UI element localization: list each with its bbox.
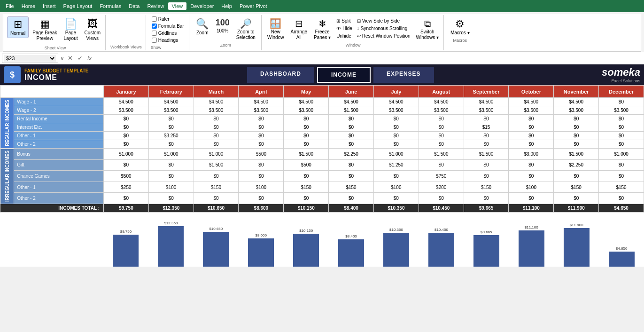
nav-dashboard[interactable]: DASHBOARD <box>247 67 314 83</box>
cell-regular-3-11[interactable]: $0 <box>599 123 644 132</box>
page-layout-button[interactable]: 📄 PageLayout <box>61 16 81 43</box>
cell-regular-2-5[interactable]: $0 <box>329 115 374 123</box>
cell-regular-0-1[interactable]: $4.500 <box>148 98 194 106</box>
cell-irregular-3-1[interactable]: $100 <box>148 182 194 193</box>
cell-irregular-3-9[interactable]: $100 <box>509 182 554 193</box>
cell-regular-1-8[interactable]: $3.500 <box>464 106 509 115</box>
cell-irregular-0-6[interactable]: $1.000 <box>373 149 419 160</box>
menu-review[interactable]: Review <box>143 2 168 10</box>
unhide-button[interactable]: Unhide <box>334 32 354 40</box>
cell-irregular-3-2[interactable]: $150 <box>194 182 239 193</box>
cell-irregular-1-3[interactable]: $0 <box>239 159 284 171</box>
cell-regular-4-8[interactable]: $0 <box>464 132 509 140</box>
cell-irregular-1-0[interactable]: $0 <box>104 159 149 171</box>
cell-regular-1-9[interactable]: $3.500 <box>509 106 554 115</box>
cell-irregular-1-1[interactable]: $0 <box>148 159 194 171</box>
cell-irregular-1-8[interactable]: $0 <box>464 159 509 171</box>
cell-irregular-1-6[interactable]: $1.250 <box>373 159 419 171</box>
cell-regular-5-2[interactable]: $0 <box>194 140 239 149</box>
cell-regular-2-9[interactable]: $0 <box>509 115 554 123</box>
cell-irregular-3-4[interactable]: $150 <box>284 182 329 193</box>
menu-developer[interactable]: Developer <box>186 2 217 10</box>
cell-irregular-2-11[interactable]: $0 <box>599 171 644 182</box>
cell-irregular-1-7[interactable]: $0 <box>419 159 464 171</box>
cell-irregular-1-2[interactable]: $1.500 <box>194 159 239 171</box>
cell-regular-3-3[interactable]: $0 <box>239 123 284 132</box>
cell-regular-4-9[interactable]: $0 <box>509 132 554 140</box>
formula-input[interactable] <box>95 55 642 61</box>
cell-irregular-4-9[interactable]: $0 <box>509 193 554 204</box>
cell-regular-1-10[interactable]: $3.500 <box>554 106 599 115</box>
cell-regular-1-3[interactable]: $3.500 <box>239 106 284 115</box>
cell-regular-0-2[interactable]: $4.500 <box>194 98 239 106</box>
cell-regular-3-0[interactable]: $0 <box>104 123 149 132</box>
cell-regular-5-10[interactable]: $0 <box>554 140 599 149</box>
formula-enter-icon[interactable]: ✓ <box>76 55 84 62</box>
cell-irregular-2-3[interactable]: $0 <box>239 171 284 182</box>
cell-regular-2-10[interactable]: $0 <box>554 115 599 123</box>
cell-irregular-4-4[interactable]: $0 <box>284 193 329 204</box>
cell-irregular-3-8[interactable]: $150 <box>464 182 509 193</box>
cell-regular-2-3[interactable]: $0 <box>239 115 284 123</box>
cell-irregular-0-2[interactable]: $1.000 <box>194 149 239 160</box>
zoom-100-button[interactable]: 100 100% <box>213 16 233 42</box>
ruler-checkbox-row[interactable]: Ruler <box>151 16 185 22</box>
cell-irregular-3-0[interactable]: $250 <box>104 182 149 193</box>
cell-regular-3-9[interactable]: $0 <box>509 123 554 132</box>
nav-expenses[interactable]: EXPENSES <box>373 67 434 83</box>
cell-regular-1-4[interactable]: $3.500 <box>284 106 329 115</box>
cell-regular-3-2[interactable]: $0 <box>194 123 239 132</box>
macros-button[interactable]: ⚙ Macros ▾ <box>448 16 473 37</box>
cell-regular-0-6[interactable]: $4.500 <box>373 98 419 106</box>
menu-power-pivot[interactable]: Power Pivot <box>236 2 271 10</box>
headings-checkbox-row[interactable]: Headings <box>151 37 185 43</box>
formula-fx-icon[interactable]: fx <box>86 55 93 62</box>
name-box[interactable]: $23 <box>2 54 58 63</box>
cell-regular-0-8[interactable]: $4.500 <box>464 98 509 106</box>
cell-regular-4-0[interactable]: $0 <box>104 132 149 140</box>
cell-regular-0-3[interactable]: $4.500 <box>239 98 284 106</box>
normal-view-button[interactable]: ⊞ Normal <box>7 16 29 38</box>
cell-irregular-1-5[interactable]: $0 <box>329 159 374 171</box>
nav-income[interactable]: INCOME <box>317 67 371 83</box>
cell-regular-3-8[interactable]: $15 <box>464 123 509 132</box>
cell-irregular-4-1[interactable]: $0 <box>148 193 194 204</box>
cell-irregular-4-5[interactable]: $0 <box>329 193 374 204</box>
cell-regular-2-1[interactable]: $0 <box>148 115 194 123</box>
cell-regular-4-10[interactable]: $0 <box>554 132 599 140</box>
cell-irregular-0-8[interactable]: $1.500 <box>464 149 509 160</box>
cell-regular-2-6[interactable]: $0 <box>373 115 419 123</box>
cell-irregular-0-11[interactable]: $1.000 <box>599 149 644 160</box>
ruler-checkbox[interactable] <box>152 16 157 22</box>
cell-regular-0-11[interactable]: $0 <box>599 98 644 106</box>
cell-irregular-4-2[interactable]: $0 <box>194 193 239 204</box>
cell-regular-0-7[interactable]: $4.500 <box>419 98 464 106</box>
cell-irregular-1-11[interactable]: $0 <box>599 159 644 171</box>
cell-regular-5-7[interactable]: $0 <box>419 140 464 149</box>
cell-irregular-2-10[interactable]: $0 <box>554 171 599 182</box>
cell-irregular-3-5[interactable]: $150 <box>329 182 374 193</box>
cell-regular-4-7[interactable]: $0 <box>419 132 464 140</box>
cell-irregular-3-3[interactable]: $100 <box>239 182 284 193</box>
custom-views-button[interactable]: 🖼 CustomViews <box>82 16 103 43</box>
cell-regular-0-10[interactable]: $4.500 <box>554 98 599 106</box>
cell-irregular-0-5[interactable]: $2.250 <box>329 149 374 160</box>
cell-regular-3-1[interactable]: $0 <box>148 123 194 132</box>
cell-regular-3-6[interactable]: $0 <box>373 123 419 132</box>
cell-irregular-2-4[interactable]: $0 <box>284 171 329 182</box>
cell-regular-1-1[interactable]: $3.500 <box>148 106 194 115</box>
cell-irregular-4-8[interactable]: $0 <box>464 193 509 204</box>
cell-irregular-0-7[interactable]: $1.500 <box>419 149 464 160</box>
cell-irregular-4-7[interactable]: $0 <box>419 193 464 204</box>
view-side-by-side-button[interactable]: ⊟ View Side by Side <box>355 17 412 24</box>
cell-irregular-2-0[interactable]: $500 <box>104 171 149 182</box>
cell-regular-2-4[interactable]: $0 <box>284 115 329 123</box>
cell-regular-0-4[interactable]: $4.500 <box>284 98 329 106</box>
cell-regular-3-5[interactable]: $0 <box>329 123 374 132</box>
menu-home[interactable]: Home <box>18 2 39 10</box>
switch-windows-button[interactable]: ⧉ SwitchWindows ▾ <box>413 16 442 42</box>
page-break-preview-button[interactable]: ▦ Page BreakPreview <box>30 16 60 43</box>
cell-irregular-2-1[interactable]: $0 <box>148 171 194 182</box>
cell-regular-3-7[interactable]: $0 <box>419 123 464 132</box>
cell-regular-1-0[interactable]: $3.500 <box>104 106 149 115</box>
